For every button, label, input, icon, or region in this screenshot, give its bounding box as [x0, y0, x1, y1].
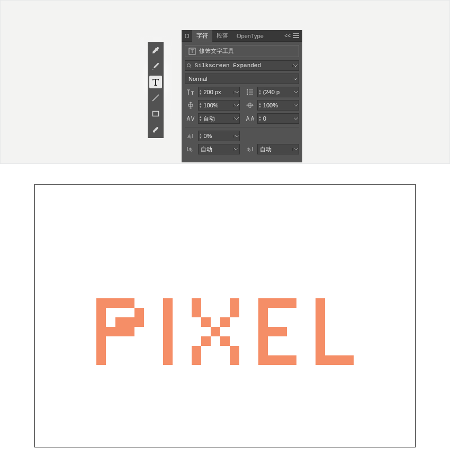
- font-style-field[interactable]: [185, 74, 299, 84]
- type-tool[interactable]: [149, 76, 162, 88]
- chevron-down-icon[interactable]: [292, 148, 299, 151]
- tab-opentype[interactable]: OpenType: [232, 30, 268, 42]
- font-size-icon: [185, 88, 196, 96]
- pixel-text-object[interactable]: [96, 298, 354, 365]
- chevron-down-icon[interactable]: [293, 117, 299, 120]
- vscale-input[interactable]: [202, 102, 233, 108]
- chevron-down-icon[interactable]: [233, 135, 239, 138]
- brush-tool[interactable]: [149, 60, 162, 72]
- leading-icon: [244, 88, 256, 96]
- tracking-icon: [244, 115, 256, 122]
- svg-point-2: [187, 63, 191, 67]
- leading-field[interactable]: ▲▼: [257, 87, 299, 97]
- svg-rect-0: [153, 112, 159, 116]
- artboard[interactable]: [34, 184, 416, 447]
- paintbrush-tool[interactable]: [149, 123, 162, 136]
- touchup-type-tool-row[interactable]: 修饰文字工具: [185, 45, 299, 57]
- spinner-icon[interactable]: ▲▼: [258, 102, 262, 108]
- glyph-X: [192, 298, 239, 365]
- glyph-E: [258, 298, 296, 365]
- vscale-icon: [185, 102, 196, 109]
- tracking-input[interactable]: [262, 115, 293, 122]
- chevron-down-icon[interactable]: [292, 78, 299, 80]
- glyph-L: [316, 298, 354, 365]
- font-style-input[interactable]: [185, 76, 292, 82]
- chevron-down-icon[interactable]: [233, 117, 239, 120]
- canvas-content: [35, 185, 415, 447]
- aki-left-input[interactable]: [199, 146, 233, 152]
- chevron-down-icon[interactable]: [293, 91, 299, 94]
- chevron-down-icon[interactable]: [233, 91, 239, 94]
- panel-body: 修饰文字工具: [182, 42, 302, 162]
- font-size-field[interactable]: ▲▼: [198, 87, 240, 97]
- leading-input[interactable]: [262, 89, 293, 95]
- panel-link-icon[interactable]: [182, 30, 192, 42]
- font-family-input[interactable]: [194, 62, 292, 69]
- spinner-icon[interactable]: ▲▼: [258, 115, 262, 122]
- hscale-input[interactable]: [262, 102, 293, 108]
- aki-right-icon: あ: [244, 146, 256, 152]
- aki-right-field[interactable]: [257, 144, 299, 154]
- eyedropper-tool[interactable]: [149, 44, 162, 57]
- aki-left-field[interactable]: [198, 144, 240, 154]
- line-tool[interactable]: [149, 91, 162, 104]
- panel-tabs: 字符 段落 OpenType <<: [182, 30, 302, 42]
- separator: [185, 127, 299, 127]
- baseline-shift-field[interactable]: ▲▼: [198, 131, 240, 141]
- spinner-icon[interactable]: ▲▼: [199, 102, 202, 108]
- font-size-input[interactable]: [202, 89, 233, 95]
- kerning-field[interactable]: ▲▼: [198, 113, 240, 124]
- kerning-icon: [185, 115, 196, 122]
- aki-left-icon: あ: [185, 146, 196, 152]
- aki-right-input[interactable]: [258, 146, 292, 152]
- svg-text:あ: あ: [188, 147, 193, 152]
- tools-toolbar: [148, 42, 164, 138]
- glyph-I: [163, 298, 173, 365]
- vscale-field[interactable]: ▲▼: [198, 100, 240, 111]
- spinner-icon[interactable]: ▲▼: [199, 89, 202, 95]
- glyph-P: [96, 298, 144, 365]
- tab-character[interactable]: 字符: [192, 30, 212, 42]
- tracking-field[interactable]: ▲▼: [257, 113, 299, 124]
- top-pane: 字符 段落 OpenType << 修饰文字工具: [0, 0, 450, 164]
- baseline-shift-icon: あ: [185, 133, 196, 139]
- rectangle-tool[interactable]: [149, 107, 162, 120]
- search-icon: [185, 63, 194, 69]
- touchup-type-label: 修饰文字工具: [199, 47, 234, 55]
- tab-paragraph[interactable]: 段落: [212, 30, 232, 42]
- spinner-icon[interactable]: ▲▼: [199, 133, 202, 139]
- chevron-down-icon[interactable]: [292, 65, 299, 67]
- spinner-icon[interactable]: ▲▼: [258, 89, 262, 95]
- panel-menu-icon[interactable]: [293, 33, 299, 39]
- character-panel: 字符 段落 OpenType << 修饰文字工具: [182, 30, 302, 162]
- font-family-field[interactable]: [185, 60, 299, 71]
- svg-text:あ: あ: [247, 147, 251, 152]
- panel-collapse-icon[interactable]: <<: [284, 33, 291, 39]
- hscale-field[interactable]: ▲▼: [257, 100, 299, 111]
- chevron-down-icon[interactable]: [233, 104, 239, 107]
- touchup-type-icon: [188, 48, 196, 55]
- hscale-icon: [244, 102, 256, 109]
- baseline-shift-input[interactable]: [202, 133, 233, 139]
- spinner-icon[interactable]: ▲▼: [199, 115, 202, 122]
- chevron-down-icon[interactable]: [293, 104, 299, 107]
- kerning-input[interactable]: [202, 115, 233, 122]
- chevron-down-icon[interactable]: [233, 148, 239, 151]
- svg-text:あ: あ: [187, 134, 192, 139]
